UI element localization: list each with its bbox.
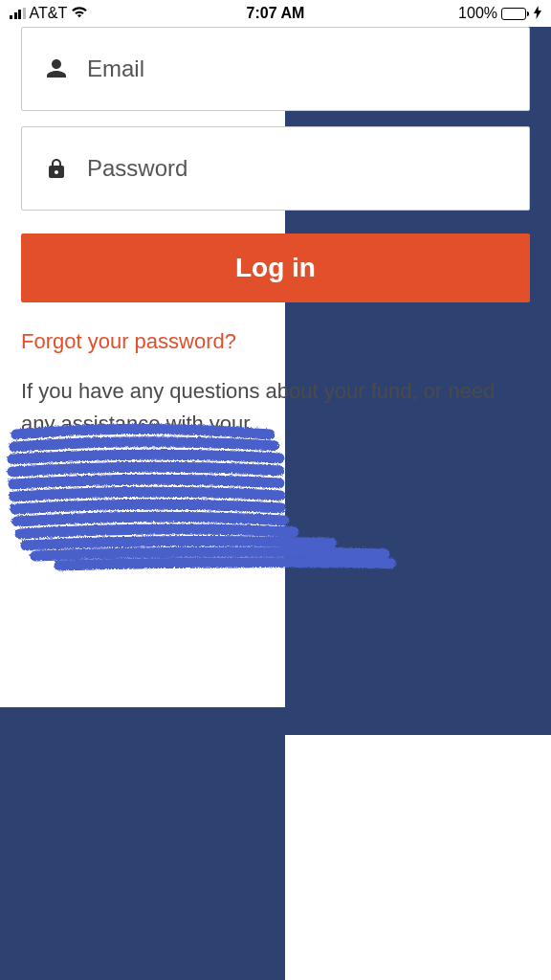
help-text: If you have any questions about your fun…: [21, 375, 530, 574]
battery-icon: [501, 8, 529, 20]
email-input[interactable]: [76, 56, 514, 82]
login-form: Log in Forgot your password? If you have…: [0, 27, 551, 574]
bg-panel-bottom-left: [0, 707, 285, 980]
person-icon: [37, 57, 76, 80]
charging-icon: [534, 6, 541, 22]
forgot-password-link[interactable]: Forgot your password?: [21, 329, 530, 354]
carrier-label: AT&T: [30, 5, 68, 22]
email-field-container[interactable]: [21, 27, 530, 111]
cell-signal-icon: [10, 8, 26, 19]
wifi-icon: [71, 5, 88, 22]
battery-percent: 100%: [458, 5, 497, 22]
lock-icon: [37, 157, 76, 180]
status-bar: AT&T 7:07 AM 100%: [0, 0, 551, 27]
password-field-container[interactable]: [21, 126, 530, 211]
password-input[interactable]: [76, 155, 514, 182]
login-button[interactable]: Log in: [21, 234, 530, 302]
